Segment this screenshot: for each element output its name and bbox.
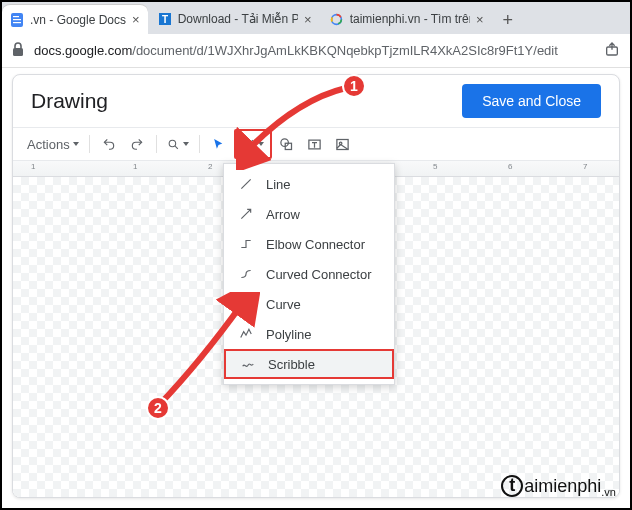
svg-rect-7 (13, 48, 23, 56)
site-favicon: T (158, 12, 172, 26)
browser-tab-strip: .vn - Google Docs × T Download - Tải Miễ… (2, 2, 630, 34)
share-icon[interactable] (604, 41, 620, 60)
close-icon[interactable]: × (304, 12, 312, 27)
address-bar: docs.google.com/document/d/1WJXhrJgAmLkK… (2, 34, 630, 68)
browser-tab[interactable]: taimienphi.vn - Tìm trên Goo × (322, 4, 492, 34)
redo-button[interactable] (124, 131, 150, 157)
menu-item-elbow-connector[interactable]: Elbow Connector (224, 229, 394, 259)
close-icon[interactable]: × (132, 12, 140, 27)
elbow-icon (238, 237, 254, 251)
zoom-button[interactable] (163, 131, 193, 157)
lock-icon[interactable] (12, 42, 24, 59)
menu-item-line[interactable]: Line (224, 169, 394, 199)
new-tab-button[interactable]: + (494, 6, 522, 34)
callout-arrow-1 (236, 80, 356, 170)
callout-badge-2: 2 (146, 396, 170, 420)
callout-badge-1: 1 (342, 74, 366, 98)
watermark: taimienphi.vn (501, 475, 616, 498)
svg-text:T: T (162, 14, 168, 25)
svg-rect-3 (13, 22, 21, 23)
url-text[interactable]: docs.google.com/document/d/1WJXhrJgAmLkK… (34, 43, 604, 58)
svg-rect-1 (13, 16, 19, 17)
select-tool-button[interactable] (206, 131, 232, 157)
line-icon (238, 177, 254, 191)
google-favicon (330, 12, 344, 26)
docs-favicon (10, 13, 24, 27)
tab-title: taimienphi.vn - Tìm trên Goo (350, 12, 470, 26)
browser-tab[interactable]: .vn - Google Docs × (2, 4, 148, 34)
menu-item-arrow[interactable]: Arrow (224, 199, 394, 229)
callout-arrow-2 (150, 292, 260, 412)
menu-item-curved-connector[interactable]: Curved Connector (224, 259, 394, 289)
undo-button[interactable] (96, 131, 122, 157)
tab-title: .vn - Google Docs (30, 13, 126, 27)
tab-title: Download - Tải Miễn Phí VN (178, 12, 298, 26)
separator (156, 135, 157, 153)
separator (89, 135, 90, 153)
svg-point-9 (169, 140, 176, 147)
actions-menu-button[interactable]: Actions (23, 131, 83, 157)
browser-tab[interactable]: T Download - Tải Miễn Phí VN × (150, 4, 320, 34)
separator (199, 135, 200, 153)
curved-icon (238, 267, 254, 281)
svg-rect-2 (13, 19, 21, 20)
save-and-close-button[interactable]: Save and Close (462, 84, 601, 118)
close-icon[interactable]: × (476, 12, 484, 27)
arrow-icon (238, 207, 254, 221)
drawing-title: Drawing (31, 89, 108, 113)
